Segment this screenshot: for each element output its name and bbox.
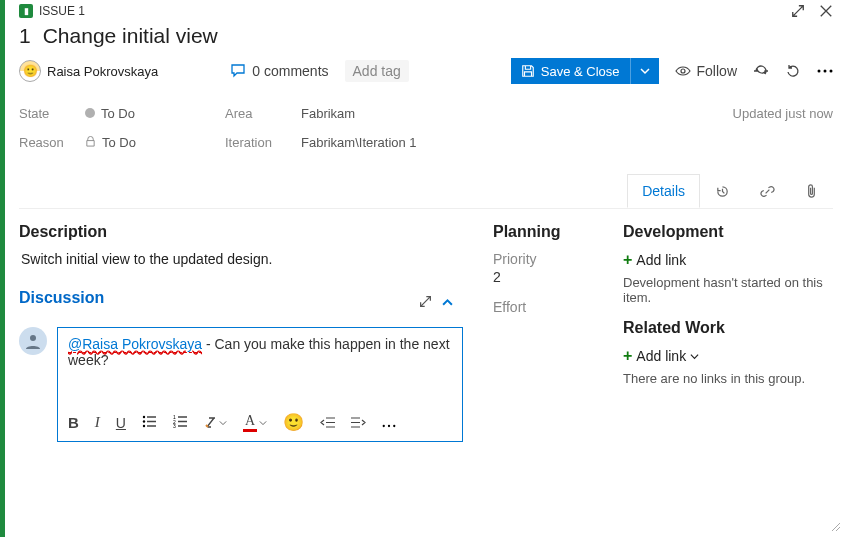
- close-icon[interactable]: [819, 4, 833, 18]
- toolbar-more-button[interactable]: [382, 415, 396, 431]
- discussion-editor[interactable]: @Raisa Pokrovskaya - Can you make this h…: [57, 327, 463, 442]
- add-tag-button[interactable]: Add tag: [345, 60, 409, 82]
- svg-point-3: [30, 335, 36, 341]
- reason-label: Reason: [19, 135, 85, 150]
- svg-point-11: [388, 424, 390, 426]
- state-value[interactable]: To Do: [85, 106, 225, 121]
- resize-handle[interactable]: [829, 519, 841, 535]
- outdent-button[interactable]: [320, 415, 335, 431]
- development-heading: Development: [623, 223, 833, 241]
- title-text[interactable]: Change initial view: [43, 24, 218, 47]
- svg-point-1: [824, 70, 827, 73]
- discussion-expand-icon[interactable]: [419, 295, 432, 311]
- title-number: 1: [19, 24, 31, 47]
- svg-point-6: [143, 424, 145, 426]
- bold-button[interactable]: B: [68, 414, 79, 431]
- updated-label: Updated just now: [733, 106, 833, 121]
- plus-icon: +: [623, 251, 632, 269]
- assignee[interactable]: 🙂 Raisa Pokrovskaya: [19, 60, 158, 82]
- reason-value[interactable]: To Do: [85, 135, 225, 150]
- svg-point-5: [143, 420, 145, 422]
- tab-history[interactable]: [700, 174, 745, 208]
- chevron-down-icon: [690, 352, 699, 361]
- svg-point-10: [383, 424, 385, 426]
- font-color-button[interactable]: A: [243, 413, 267, 432]
- expand-icon[interactable]: [791, 4, 805, 18]
- svg-point-2: [830, 70, 833, 73]
- planning-heading: Planning: [493, 223, 593, 241]
- tab-attachments[interactable]: [790, 174, 833, 208]
- iteration-value[interactable]: Fabrikam\Iteration 1: [301, 135, 733, 150]
- clear-format-button[interactable]: [204, 416, 227, 429]
- attachment-icon: [805, 184, 818, 199]
- undo-icon[interactable]: [785, 63, 801, 79]
- link-icon: [760, 184, 775, 199]
- comment-icon: [230, 63, 246, 79]
- bullet-list-button[interactable]: [142, 415, 157, 431]
- discussion-avatar: [19, 327, 47, 355]
- state-dot-icon: [85, 108, 95, 118]
- italic-button[interactable]: I: [95, 414, 100, 431]
- svg-point-0: [818, 70, 821, 73]
- state-label: State: [19, 106, 85, 121]
- eye-icon: [675, 63, 691, 79]
- save-button[interactable]: Save & Close: [511, 58, 630, 84]
- discussion-collapse-icon[interactable]: [442, 295, 453, 311]
- dev-add-link-button[interactable]: +Add link: [623, 251, 833, 269]
- page-title: 1Change initial view: [19, 24, 833, 48]
- effort-label: Effort: [493, 299, 593, 315]
- underline-button[interactable]: U: [116, 415, 126, 431]
- related-empty-text: There are no links in this group.: [623, 371, 833, 386]
- related-add-link-button[interactable]: +Add link: [623, 347, 833, 365]
- chevron-down-icon: [640, 66, 650, 76]
- user-avatar: 🙂: [19, 60, 41, 82]
- svg-text:3: 3: [173, 423, 176, 428]
- related-heading: Related Work: [623, 319, 833, 337]
- mention[interactable]: @Raisa Pokrovskaya: [68, 336, 202, 353]
- area-label: Area: [225, 106, 301, 121]
- refresh-icon[interactable]: [753, 63, 769, 79]
- user-name: Raisa Pokrovskaya: [47, 64, 158, 79]
- area-value[interactable]: Fabrikam: [301, 106, 733, 121]
- history-icon: [715, 184, 730, 199]
- description-heading: Description: [19, 223, 463, 241]
- save-dropdown[interactable]: [630, 58, 659, 84]
- number-list-button[interactable]: 123: [173, 415, 188, 431]
- description-body[interactable]: Switch initial view to the updated desig…: [21, 251, 463, 267]
- development-empty-text: Development hasn't started on this item.: [623, 275, 833, 305]
- iteration-label: Iteration: [225, 135, 301, 150]
- person-icon: [23, 331, 43, 351]
- save-icon: [521, 64, 535, 78]
- tab-details[interactable]: Details: [627, 174, 700, 208]
- follow-button[interactable]: Follow: [675, 63, 737, 79]
- plus-icon: +: [623, 347, 632, 365]
- priority-label: Priority: [493, 251, 593, 267]
- svg-point-4: [143, 415, 145, 417]
- comments-count[interactable]: 0 comments: [230, 63, 328, 79]
- more-icon[interactable]: [817, 69, 833, 73]
- emoji-button[interactable]: 🙂: [283, 412, 304, 433]
- priority-value[interactable]: 2: [493, 269, 593, 285]
- indent-button[interactable]: [351, 415, 366, 431]
- lock-icon: [85, 136, 96, 147]
- issue-id-label: ISSUE 1: [39, 4, 85, 18]
- issue-type-icon: ▮: [19, 4, 33, 18]
- svg-point-12: [393, 424, 395, 426]
- tab-links[interactable]: [745, 174, 790, 208]
- discussion-heading: Discussion: [19, 289, 104, 307]
